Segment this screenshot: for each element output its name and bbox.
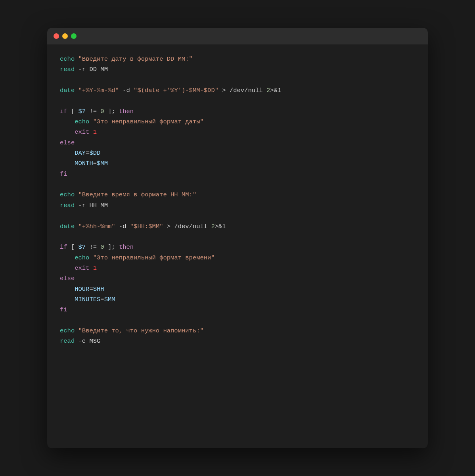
- line-9: else: [60, 138, 415, 148]
- line-7: echo "Это неправильный формат даты": [60, 117, 415, 127]
- terminal-body: echo "Введите дату в формате DD MM:" rea…: [47, 44, 428, 448]
- line-1: echo "Введите дату в формате DD MM:": [60, 54, 415, 64]
- line-2: read -r DD MM: [60, 64, 415, 75]
- line-23: HOUR=$HH: [60, 284, 415, 294]
- line-15: read -r HH MM: [60, 200, 415, 211]
- maximize-button[interactable]: [71, 33, 77, 39]
- line-27: echo "Введите то, что нужно напомнить:": [60, 326, 415, 336]
- close-button[interactable]: [54, 33, 59, 39]
- line-22: else: [60, 273, 415, 284]
- line-12: fi: [60, 169, 415, 179]
- title-bar: [47, 28, 428, 44]
- line-6: if [ $? != 0 ]; then: [60, 106, 415, 117]
- terminal-window: echo "Введите дату в формате DD MM:" rea…: [47, 28, 428, 448]
- blank-5: [60, 232, 415, 242]
- line-25: fi: [60, 305, 415, 315]
- blank-3: [60, 179, 415, 190]
- line-20: echo "Это неправильный формат времени": [60, 253, 415, 263]
- line-17: date "+%hh-%mm" -d "$HH:$MM" > /dev/null…: [60, 221, 415, 232]
- blank-6: [60, 315, 415, 326]
- line-8: exit 1: [60, 127, 415, 137]
- line-11: MONTH=$MM: [60, 158, 415, 169]
- line-4: date "+%Y-%m-%d" -d "$(date +'%Y')-$MM-$…: [60, 85, 415, 96]
- blank-2: [60, 96, 415, 106]
- minimize-button[interactable]: [62, 33, 68, 39]
- blank-1: [60, 75, 415, 85]
- blank-4: [60, 211, 415, 221]
- line-21: exit 1: [60, 263, 415, 273]
- line-14: echo "Введите время в формате HH MM:": [60, 190, 415, 200]
- line-24: MINUTES=$MM: [60, 294, 415, 305]
- line-19: if [ $? != 0 ]; then: [60, 242, 415, 252]
- line-28: read -e MSG: [60, 336, 415, 346]
- line-10: DAY=$DD: [60, 148, 415, 158]
